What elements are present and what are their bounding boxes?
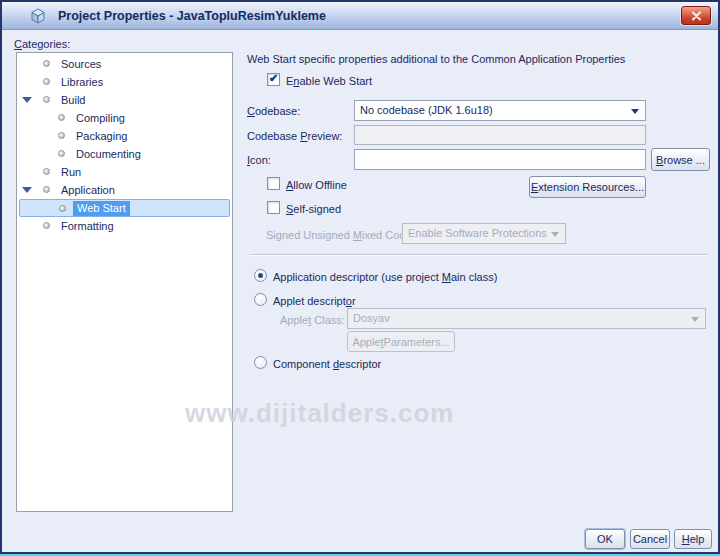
tree-item-label: Run (61, 163, 81, 181)
node-bullet-icon (59, 205, 66, 212)
tree-item-label: Build (61, 91, 85, 109)
project-cube-icon (30, 8, 46, 24)
tree-item-sources[interactable]: Sources (19, 55, 230, 73)
applet-parameters-button: Applet Parameters... (347, 331, 455, 352)
ok-button[interactable]: OK (585, 529, 625, 549)
browse-button[interactable]: Browse ... (651, 148, 710, 171)
tree-item-run[interactable]: Run (19, 163, 230, 181)
node-bullet-icon (58, 114, 65, 121)
tree-item-label: Application (61, 181, 115, 199)
chevron-down-icon (551, 232, 559, 237)
icon-field[interactable] (354, 149, 646, 170)
component-descriptor-radio[interactable] (254, 356, 267, 369)
tree-item-label: Sources (61, 55, 101, 73)
component-descriptor-label: Component descriptor (273, 357, 381, 371)
close-button[interactable] (681, 6, 711, 25)
project-properties-dialog: Project Properties - JavaTopluResimYukle… (0, 0, 720, 554)
tree-item-label: Documenting (76, 145, 141, 163)
applet-class-combobox: Dosyav (347, 308, 706, 329)
extension-resources-button[interactable]: Extension Resources... (529, 176, 646, 198)
allow-offline-checkbox[interactable] (267, 177, 280, 190)
tree-item-label: Packaging (76, 127, 127, 145)
enable-web-start-label: Enable Web Start (286, 74, 372, 88)
node-bullet-icon (58, 132, 65, 139)
icon-label: Icon: (247, 153, 271, 167)
applet-descriptor-label: Applet descriptor (273, 294, 356, 308)
mixed-code-selected-value: Enable Software Protections (408, 227, 547, 239)
allow-offline-label: Allow Offline (286, 178, 347, 192)
tree-item-application[interactable]: Application (19, 181, 230, 199)
tree-item-documenting[interactable]: Documenting (19, 145, 230, 163)
tree-item-packaging[interactable]: Packaging (19, 127, 230, 145)
node-bullet-icon (43, 168, 50, 175)
tree-item-libraries[interactable]: Libraries (19, 73, 230, 91)
node-bullet-icon (43, 222, 50, 229)
codebase-selected-value: No codebase (JDK 1.6u18) (360, 104, 493, 116)
self-signed-label: Self-signed (286, 202, 341, 216)
close-icon (691, 11, 702, 21)
tree-item-label: Web Start (73, 201, 130, 216)
tree-item-label: Compiling (76, 109, 125, 127)
applet-class-label: Applet Class: (280, 313, 345, 327)
title-bar[interactable]: Project Properties - JavaTopluResimYukle… (2, 2, 718, 30)
tree-item-build[interactable]: Build (19, 91, 230, 109)
node-bullet-icon (58, 150, 65, 157)
enable-web-start-checkbox[interactable] (267, 73, 280, 86)
mixed-code-combobox: Enable Software Protections (402, 223, 566, 244)
applet-descriptor-radio[interactable] (254, 293, 267, 306)
help-button[interactable]: Help (674, 529, 712, 549)
panel-description: Web Start specific properties additional… (247, 52, 625, 66)
expand-triangle-icon[interactable] (22, 187, 32, 193)
codebase-label: Codebase: (247, 104, 300, 118)
applet-class-selected-value: Dosyav (353, 312, 390, 324)
cancel-button[interactable]: Cancel (630, 529, 670, 549)
codebase-preview-field (354, 125, 646, 145)
node-bullet-icon (43, 60, 50, 67)
node-bullet-icon (43, 186, 50, 193)
chevron-down-icon (631, 109, 639, 114)
expand-triangle-icon[interactable] (22, 97, 32, 103)
tree-item-compiling[interactable]: Compiling (19, 109, 230, 127)
window-title: Project Properties - JavaTopluResimYukle… (58, 9, 326, 23)
tree-item-label: Libraries (61, 73, 103, 91)
application-descriptor-label: Application descriptor (use project Main… (273, 270, 497, 284)
node-bullet-icon (43, 96, 50, 103)
application-descriptor-radio[interactable] (254, 269, 267, 282)
section-divider (250, 254, 708, 256)
tree-item-web-start[interactable]: Web Start (19, 199, 230, 217)
categories-tree: Sources Libraries Build Compiling Packag… (16, 52, 233, 512)
categories-label: Categories: (14, 37, 70, 51)
codebase-preview-label: Codebase Preview: (247, 129, 342, 143)
mixed-code-label: Signed Unsigned Mixed Code: (266, 228, 415, 242)
codebase-combobox[interactable]: No codebase (JDK 1.6u18) (354, 100, 646, 121)
self-signed-checkbox[interactable] (267, 201, 280, 214)
chevron-down-icon (691, 317, 699, 322)
tree-item-label: Formatting (61, 217, 114, 235)
node-bullet-icon (43, 78, 50, 85)
tree-item-formatting[interactable]: Formatting (19, 217, 230, 235)
